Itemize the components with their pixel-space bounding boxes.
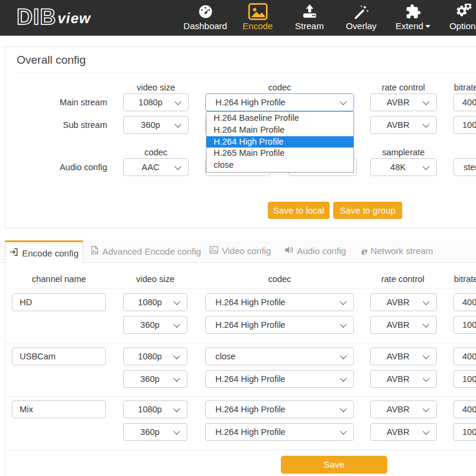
- main-codec-select[interactable]: H.264 High Profile: [205, 93, 354, 111]
- image-icon: [231, 2, 284, 20]
- bitrate-input[interactable]: [453, 347, 476, 365]
- brand-logo-bold: DIB: [17, 5, 57, 29]
- codec-option[interactable]: H.265 Main Profile: [206, 148, 353, 159]
- audio-config-label: Audio config: [33, 162, 107, 172]
- video-size-select[interactable]: 1080p: [123, 400, 187, 418]
- codec-select[interactable]: close: [205, 347, 354, 365]
- video-size-select[interactable]: 1080p: [123, 347, 187, 365]
- audio-samplerate-select[interactable]: 48K: [370, 158, 437, 176]
- codec-option[interactable]: H.264 Main Profile: [206, 124, 353, 136]
- tab-video-config[interactable]: Video config: [209, 246, 271, 256]
- video-size-select[interactable]: 360p: [123, 316, 187, 334]
- nav-label-encode: Encode: [231, 21, 284, 31]
- tab-advanced-encode-config[interactable]: Advanced Encode config: [90, 246, 201, 256]
- codec-option-selected[interactable]: H.264 High Profile: [206, 136, 353, 148]
- table-header-rate-control: rate control: [381, 274, 425, 284]
- codec-select[interactable]: H.264 High Profile: [205, 400, 354, 418]
- tab-network-stream[interactable]: e Network stream: [361, 246, 433, 256]
- audio-codec-header: codec: [145, 148, 168, 157]
- brand-logo: DIBview: [17, 5, 91, 30]
- codec-select[interactable]: H.264 High Profile: [205, 423, 354, 441]
- channel-name-input[interactable]: [12, 293, 106, 311]
- puzzle-icon: [386, 2, 440, 20]
- col-header-codec: codec: [268, 83, 292, 92]
- audio-codec-select[interactable]: AAC: [123, 158, 189, 176]
- channel-name-input[interactable]: [12, 400, 106, 418]
- chevron-down-icon: [425, 25, 430, 28]
- save-button[interactable]: Save: [281, 456, 387, 474]
- sub-video-size-select[interactable]: 360p: [123, 116, 189, 134]
- tab-label: Network stream: [371, 246, 433, 256]
- gears-icon: [438, 2, 476, 20]
- rate-control-select[interactable]: AVBR: [370, 293, 437, 311]
- rate-control-select[interactable]: AVBR: [370, 370, 437, 388]
- image-icon: [209, 246, 218, 256]
- magic-wand-icon: [334, 2, 388, 20]
- main-rate-control-select[interactable]: AVBR: [370, 93, 437, 111]
- upload-icon: [283, 2, 336, 20]
- nav-item-stream[interactable]: Stream: [283, 2, 336, 31]
- nav-label-options: Options: [438, 21, 476, 31]
- rate-control-select[interactable]: AVBR: [370, 347, 437, 365]
- channel-name-input[interactable]: [12, 347, 106, 365]
- overall-config-title: Overall config: [17, 54, 86, 67]
- video-size-select[interactable]: 360p: [123, 370, 187, 388]
- bitrate-input[interactable]: [453, 370, 476, 388]
- rate-control-select[interactable]: AVBR: [370, 400, 437, 418]
- codec-select[interactable]: H.264 High Profile: [205, 316, 354, 334]
- main-video-size-select[interactable]: 1080p: [123, 93, 189, 111]
- brand-logo-script: view: [58, 10, 91, 26]
- tab-encode-config[interactable]: Encode config: [5, 240, 83, 264]
- save-to-local-button[interactable]: Save to local: [268, 202, 330, 219]
- codec-select[interactable]: H.264 High Profile: [205, 293, 354, 311]
- rate-control-select[interactable]: AVBR: [370, 423, 437, 441]
- nav-label-dashboard: Dashboard: [178, 21, 232, 31]
- tab-label: Audio config: [297, 246, 346, 256]
- col-header-video-size: video size: [137, 83, 175, 92]
- row-separator: [5, 396, 476, 397]
- video-size-select[interactable]: 360p: [123, 423, 187, 441]
- main-stream-label: Main stream: [33, 98, 107, 107]
- top-navbar: DIBview Dashboard: [0, 0, 476, 36]
- sub-rate-control-select[interactable]: AVBR: [370, 116, 437, 134]
- tab-label: Advanced Encode config: [102, 246, 201, 256]
- tab-audio-config[interactable]: Audio config: [284, 246, 346, 256]
- nav-item-extend[interactable]: Extend: [386, 2, 440, 31]
- video-size-select[interactable]: 1080p: [123, 293, 187, 311]
- save-to-group-button[interactable]: Save to group: [333, 202, 402, 219]
- codec-select[interactable]: H.264 High Profile: [205, 370, 354, 388]
- table-header-channel-name: channel name: [32, 274, 86, 284]
- main-bitrate-input[interactable]: [453, 93, 476, 111]
- globe-e-icon: e: [361, 247, 367, 255]
- table-header-codec: codec: [268, 274, 292, 284]
- row-separator: [5, 343, 476, 343]
- col-header-bitrate: bitrate: [454, 83, 476, 92]
- encoder-config-page: DIBview Dashboard: [0, 0, 476, 476]
- nav-item-encode[interactable]: Encode: [231, 2, 284, 31]
- codec-option[interactable]: H.264 Baseline Profile: [206, 112, 353, 124]
- bitrate-input[interactable]: [453, 316, 476, 334]
- nav-label-stream: Stream: [283, 21, 336, 31]
- tab-label: Encode config: [22, 248, 79, 258]
- gauge-icon: [178, 2, 232, 20]
- row-separator: [5, 289, 476, 289]
- codec-dropdown-list: H.264 Baseline Profile H.264 Main Profil…: [206, 111, 354, 173]
- tab-label: Video config: [222, 246, 271, 256]
- nav-label-overlay: Overlay: [334, 21, 388, 31]
- codec-option[interactable]: close: [206, 159, 353, 171]
- title-divider: [14, 73, 476, 73]
- rate-control-select[interactable]: AVBR: [370, 316, 437, 334]
- row-separator: [5, 450, 476, 450]
- sub-bitrate-input[interactable]: [453, 116, 476, 134]
- sub-stream-label: Sub stream: [33, 120, 107, 130]
- bitrate-input[interactable]: [453, 293, 476, 311]
- nav-item-overlay[interactable]: Overlay: [334, 2, 388, 31]
- panel-left-border: [5, 263, 5, 476]
- nav-item-dashboard[interactable]: Dashboard: [178, 2, 232, 31]
- nav-item-options[interactable]: Options: [438, 2, 476, 31]
- audio-channel-select[interactable]: stereo: [453, 158, 476, 176]
- bitrate-input[interactable]: [453, 423, 476, 441]
- bitrate-input[interactable]: [453, 400, 476, 418]
- table-header-bitrate: bitrate: [454, 274, 476, 284]
- file-icon: [90, 246, 99, 256]
